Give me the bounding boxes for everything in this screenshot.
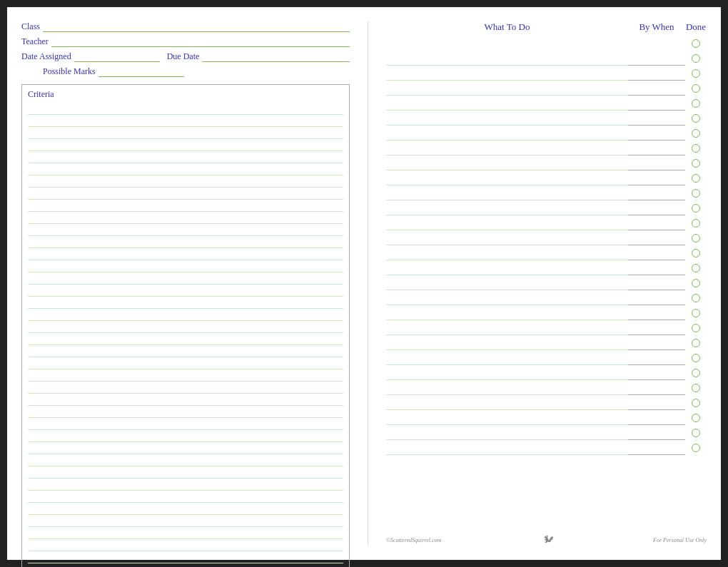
task-row: [386, 290, 707, 305]
criteria-line-pair: [28, 248, 343, 272]
criteria-line-blue: [28, 466, 343, 479]
done-circle[interactable]: [692, 144, 700, 153]
done-circle[interactable]: [692, 324, 700, 332]
done-circle[interactable]: [692, 54, 700, 63]
criteria-line-blue: [28, 272, 343, 285]
criteria-line-pair: [28, 442, 343, 466]
done-circle[interactable]: [692, 369, 700, 377]
criteria-line-green: [28, 551, 343, 563]
done-circle[interactable]: [692, 399, 700, 407]
teacher-label: Teacher: [21, 36, 49, 47]
criteria-label: Criteria: [28, 89, 343, 100]
right-footer-personal: For Personal Use Only: [653, 537, 707, 543]
done-circle[interactable]: [692, 384, 700, 392]
right-footer: ©ScatteredSquirrel.com 🐿 For Personal Us…: [386, 534, 707, 546]
done-circle[interactable]: [692, 159, 700, 168]
bywhen-line: [628, 350, 685, 365]
done-circle[interactable]: [692, 309, 700, 317]
done-circle-cell: [685, 141, 707, 155]
criteria-line-blue: [28, 515, 343, 527]
task-line-area: [386, 440, 628, 455]
done-circle-cell: [685, 320, 707, 335]
task-row: [386, 200, 707, 215]
bywhen-line: [628, 126, 685, 141]
possible-marks-label: Possible Marks: [43, 66, 96, 77]
criteria-line-blue: [28, 127, 343, 139]
done-circle[interactable]: [692, 294, 700, 302]
done-circle[interactable]: [692, 219, 700, 228]
task-row: [386, 126, 707, 141]
criteria-line-green: [28, 382, 343, 394]
bywhen-line: [628, 365, 685, 380]
criteria-line-green: [28, 236, 343, 248]
task-row: [386, 335, 707, 350]
task-line-area: [386, 215, 628, 230]
bywhen-line: [628, 335, 685, 350]
done-circle-cell: [685, 440, 707, 455]
done-circle-cell: [685, 350, 707, 365]
done-circle[interactable]: [692, 99, 700, 108]
done-circle[interactable]: [692, 339, 700, 347]
done-circle[interactable]: [692, 69, 700, 78]
done-circle[interactable]: [692, 279, 700, 287]
done-circle-cell: [685, 260, 707, 275]
task-row: [386, 81, 707, 96]
bywhen-line: [628, 395, 685, 410]
done-circle[interactable]: [692, 354, 700, 362]
done-circle-cell: [685, 126, 707, 141]
done-circle[interactable]: [692, 234, 700, 242]
criteria-line-blue: [28, 563, 343, 567]
done-circle[interactable]: [692, 129, 700, 138]
done-circle-cell: [685, 410, 707, 425]
criteria-line-blue: [28, 394, 343, 406]
criteria-line-blue: [28, 224, 343, 236]
done-circle[interactable]: [692, 414, 700, 422]
task-line-area: [386, 410, 628, 425]
criteria-line-green: [28, 285, 343, 297]
criteria-line-green: [28, 309, 343, 321]
done-circle[interactable]: [692, 84, 700, 93]
criteria-line-blue: [28, 345, 343, 357]
done-circle[interactable]: [692, 264, 700, 272]
done-circle[interactable]: [692, 429, 700, 437]
criteria-line-pair: [28, 466, 343, 491]
task-row: [386, 395, 707, 410]
task-line-area: [386, 126, 628, 141]
done-circle[interactable]: [692, 114, 700, 123]
bywhen-line: [628, 320, 685, 335]
criteria-line-blue: [28, 539, 343, 551]
criteria-line-blue: [28, 175, 343, 188]
task-row: [386, 141, 707, 155]
criteria-line-pair: [28, 103, 343, 127]
task-row: [386, 215, 707, 230]
bywhen-line: [628, 305, 685, 320]
done-circle-cell: [685, 51, 707, 66]
task-row: [386, 245, 707, 260]
task-line-area: [386, 141, 628, 155]
task-row: [386, 440, 707, 455]
panel-divider: [368, 21, 368, 546]
task-line-area: [386, 66, 628, 81]
criteria-line-pair: [28, 321, 343, 345]
bywhen-line: [628, 51, 685, 66]
done-circle[interactable]: [692, 249, 700, 257]
bywhen-line: [628, 245, 685, 260]
done-circle[interactable]: [692, 174, 700, 183]
date-row: Date Assigned Due Date: [21, 51, 350, 62]
date-assigned-label: Date Assigned: [21, 51, 71, 62]
task-row: [386, 350, 707, 365]
done-circle-cell: [685, 155, 707, 170]
task-row: [386, 66, 707, 81]
done-circle[interactable]: [692, 39, 700, 48]
criteria-line-green: [28, 503, 343, 515]
done-circle-cell: [685, 290, 707, 305]
done-circle[interactable]: [692, 189, 700, 198]
page-wrapper: Class Teacher Date Assigned Due Date Pos…: [7, 7, 721, 560]
task-line-area: [386, 51, 628, 66]
done-circle-cell: [685, 365, 707, 380]
done-circle[interactable]: [692, 204, 700, 213]
bywhen-line: [628, 155, 685, 170]
task-row: [386, 51, 707, 66]
task-line-area: [386, 395, 628, 410]
done-circle[interactable]: [692, 444, 700, 452]
